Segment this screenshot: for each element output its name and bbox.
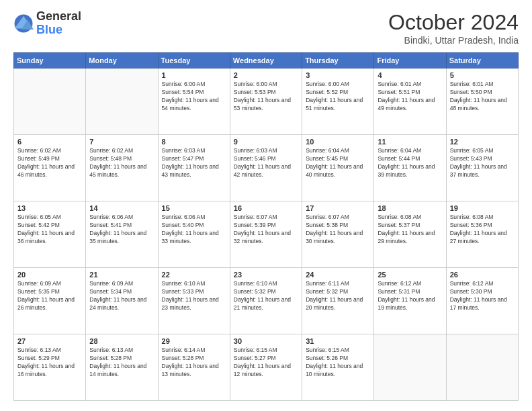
month-title: October 2024 <box>388 10 519 35</box>
day-info: Sunrise: 6:04 AMSunset: 5:45 PMDaylight:… <box>306 147 370 179</box>
day-info: Sunrise: 6:00 AMSunset: 5:53 PMDaylight:… <box>234 81 298 113</box>
day-number: 6 <box>17 138 82 146</box>
title-section: October 2024 Bindki, Uttar Pradesh, Indi… <box>388 10 519 46</box>
weekday-header-tuesday: Tuesday <box>158 53 230 68</box>
logo-icon <box>13 13 34 34</box>
day-number: 9 <box>234 138 298 146</box>
day-number: 3 <box>306 71 370 79</box>
calendar-cell: 10Sunrise: 6:04 AMSunset: 5:45 PMDayligh… <box>302 135 374 201</box>
calendar-week-1: 6Sunrise: 6:02 AMSunset: 5:49 PMDaylight… <box>14 135 519 201</box>
calendar-cell: 1Sunrise: 6:00 AMSunset: 5:54 PMDaylight… <box>158 68 230 135</box>
weekday-header-monday: Monday <box>86 53 158 68</box>
calendar-cell: 26Sunrise: 6:12 AMSunset: 5:30 PMDayligh… <box>446 268 518 334</box>
day-info: Sunrise: 6:10 AMSunset: 5:33 PMDaylight:… <box>162 280 226 312</box>
day-number: 11 <box>378 138 442 146</box>
day-number: 1 <box>162 71 226 79</box>
calendar-cell: 9Sunrise: 6:03 AMSunset: 5:46 PMDaylight… <box>230 135 302 201</box>
day-info: Sunrise: 6:02 AMSunset: 5:48 PMDaylight:… <box>89 147 154 179</box>
day-number: 26 <box>450 271 515 279</box>
logo: General Blue <box>13 10 81 37</box>
day-info: Sunrise: 6:03 AMSunset: 5:47 PMDaylight:… <box>162 147 226 179</box>
calendar-cell: 29Sunrise: 6:14 AMSunset: 5:28 PMDayligh… <box>158 334 230 401</box>
calendar-cell: 2Sunrise: 6:00 AMSunset: 5:53 PMDaylight… <box>230 68 302 135</box>
day-number: 23 <box>234 271 298 279</box>
day-info: Sunrise: 6:15 AMSunset: 5:26 PMDaylight:… <box>306 347 370 379</box>
calendar-week-2: 13Sunrise: 6:05 AMSunset: 5:42 PMDayligh… <box>14 201 519 268</box>
calendar-week-0: 1Sunrise: 6:00 AMSunset: 5:54 PMDaylight… <box>14 68 519 135</box>
day-info: Sunrise: 6:09 AMSunset: 5:34 PMDaylight:… <box>89 280 154 312</box>
day-info: Sunrise: 6:01 AMSunset: 5:50 PMDaylight:… <box>450 81 515 113</box>
day-info: Sunrise: 6:15 AMSunset: 5:27 PMDaylight:… <box>234 347 298 379</box>
calendar-cell: 19Sunrise: 6:08 AMSunset: 5:36 PMDayligh… <box>446 201 518 268</box>
calendar-cell: 17Sunrise: 6:07 AMSunset: 5:38 PMDayligh… <box>302 201 374 268</box>
day-number: 2 <box>234 71 298 79</box>
calendar-cell: 16Sunrise: 6:07 AMSunset: 5:39 PMDayligh… <box>230 201 302 268</box>
day-info: Sunrise: 6:05 AMSunset: 5:43 PMDaylight:… <box>450 147 515 179</box>
calendar-cell: 8Sunrise: 6:03 AMSunset: 5:47 PMDaylight… <box>158 135 230 201</box>
day-info: Sunrise: 6:07 AMSunset: 5:38 PMDaylight:… <box>306 214 370 246</box>
day-number: 30 <box>234 337 298 345</box>
calendar-week-4: 27Sunrise: 6:13 AMSunset: 5:29 PMDayligh… <box>14 334 519 401</box>
day-info: Sunrise: 6:02 AMSunset: 5:49 PMDaylight:… <box>17 147 82 179</box>
day-number: 24 <box>306 271 370 279</box>
day-info: Sunrise: 6:12 AMSunset: 5:31 PMDaylight:… <box>378 280 442 312</box>
day-info: Sunrise: 6:13 AMSunset: 5:28 PMDaylight:… <box>89 347 154 379</box>
calendar-week-3: 20Sunrise: 6:09 AMSunset: 5:35 PMDayligh… <box>14 268 519 334</box>
weekday-header-wednesday: Wednesday <box>230 53 302 68</box>
location: Bindki, Uttar Pradesh, India <box>388 35 519 46</box>
day-number: 13 <box>17 204 82 212</box>
logo-blue-text: Blue <box>36 24 81 37</box>
day-number: 29 <box>162 337 226 345</box>
day-info: Sunrise: 6:12 AMSunset: 5:30 PMDaylight:… <box>450 280 515 312</box>
calendar-cell: 13Sunrise: 6:05 AMSunset: 5:42 PMDayligh… <box>14 201 86 268</box>
calendar-cell: 14Sunrise: 6:06 AMSunset: 5:41 PMDayligh… <box>86 201 158 268</box>
day-number: 27 <box>17 337 82 345</box>
calendar-cell: 5Sunrise: 6:01 AMSunset: 5:50 PMDaylight… <box>446 68 518 135</box>
day-number: 12 <box>450 138 515 146</box>
day-number: 20 <box>17 271 82 279</box>
weekday-header-sunday: Sunday <box>14 53 86 68</box>
calendar-cell <box>374 334 446 401</box>
calendar-cell: 30Sunrise: 6:15 AMSunset: 5:27 PMDayligh… <box>230 334 302 401</box>
calendar-cell: 6Sunrise: 6:02 AMSunset: 5:49 PMDaylight… <box>14 135 86 201</box>
weekday-header-thursday: Thursday <box>302 53 374 68</box>
day-info: Sunrise: 6:07 AMSunset: 5:39 PMDaylight:… <box>234 214 298 246</box>
calendar-cell: 3Sunrise: 6:00 AMSunset: 5:52 PMDaylight… <box>302 68 374 135</box>
day-number: 22 <box>162 271 226 279</box>
day-number: 4 <box>378 71 442 79</box>
day-info: Sunrise: 6:06 AMSunset: 5:40 PMDaylight:… <box>162 214 226 246</box>
weekday-header-row: SundayMondayTuesdayWednesdayThursdayFrid… <box>14 53 519 68</box>
day-info: Sunrise: 6:11 AMSunset: 5:32 PMDaylight:… <box>306 280 370 312</box>
day-number: 16 <box>234 204 298 212</box>
calendar-cell: 21Sunrise: 6:09 AMSunset: 5:34 PMDayligh… <box>86 268 158 334</box>
header: General Blue October 2024 Bindki, Uttar … <box>13 10 519 46</box>
day-info: Sunrise: 6:08 AMSunset: 5:36 PMDaylight:… <box>450 214 515 246</box>
day-number: 19 <box>450 204 515 212</box>
calendar-cell <box>446 334 518 401</box>
day-number: 5 <box>450 71 515 79</box>
calendar-cell: 28Sunrise: 6:13 AMSunset: 5:28 PMDayligh… <box>86 334 158 401</box>
day-number: 25 <box>378 271 442 279</box>
calendar-cell: 22Sunrise: 6:10 AMSunset: 5:33 PMDayligh… <box>158 268 230 334</box>
calendar-cell <box>86 68 158 135</box>
calendar-cell: 15Sunrise: 6:06 AMSunset: 5:40 PMDayligh… <box>158 201 230 268</box>
day-number: 8 <box>162 138 226 146</box>
day-info: Sunrise: 6:03 AMSunset: 5:46 PMDaylight:… <box>234 147 298 179</box>
day-number: 10 <box>306 138 370 146</box>
day-number: 7 <box>89 138 154 146</box>
day-info: Sunrise: 6:05 AMSunset: 5:42 PMDaylight:… <box>17 214 82 246</box>
calendar-cell: 20Sunrise: 6:09 AMSunset: 5:35 PMDayligh… <box>14 268 86 334</box>
day-info: Sunrise: 6:06 AMSunset: 5:41 PMDaylight:… <box>89 214 154 246</box>
weekday-header-friday: Friday <box>374 53 446 68</box>
calendar-cell: 12Sunrise: 6:05 AMSunset: 5:43 PMDayligh… <box>446 135 518 201</box>
calendar-cell: 4Sunrise: 6:01 AMSunset: 5:51 PMDaylight… <box>374 68 446 135</box>
day-info: Sunrise: 6:14 AMSunset: 5:28 PMDaylight:… <box>162 347 226 379</box>
calendar-cell <box>14 68 86 135</box>
day-info: Sunrise: 6:00 AMSunset: 5:54 PMDaylight:… <box>162 81 226 113</box>
calendar-cell: 11Sunrise: 6:04 AMSunset: 5:44 PMDayligh… <box>374 135 446 201</box>
day-info: Sunrise: 6:13 AMSunset: 5:29 PMDaylight:… <box>17 347 82 379</box>
day-number: 17 <box>306 204 370 212</box>
day-number: 21 <box>89 271 154 279</box>
calendar-cell: 25Sunrise: 6:12 AMSunset: 5:31 PMDayligh… <box>374 268 446 334</box>
calendar-cell: 18Sunrise: 6:08 AMSunset: 5:37 PMDayligh… <box>374 201 446 268</box>
